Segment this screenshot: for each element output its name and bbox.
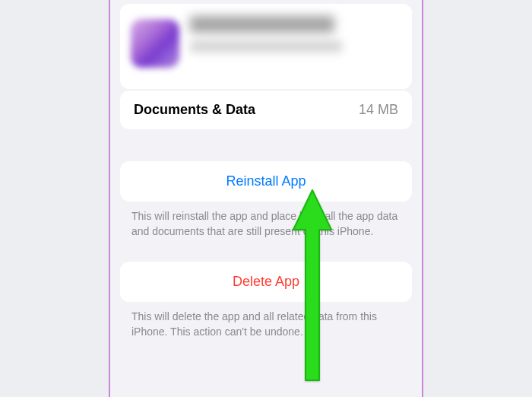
delete-app-button[interactable]: Delete App bbox=[120, 262, 412, 302]
delete-hint: This will delete the app and all related… bbox=[131, 310, 401, 339]
phone-screen: Documents & Data 14 MB Reinstall App Thi… bbox=[109, 0, 423, 397]
documents-data-row: Documents & Data 14 MB bbox=[120, 91, 412, 129]
app-header-row bbox=[131, 14, 401, 68]
delete-app-label: Delete App bbox=[233, 274, 299, 289]
app-text-block bbox=[190, 14, 401, 52]
reinstall-app-label: Reinstall App bbox=[226, 173, 306, 189]
app-subtitle-blurred bbox=[190, 40, 342, 52]
documents-data-value: 14 MB bbox=[359, 102, 398, 118]
reinstall-hint: This will reinstall the app and place ba… bbox=[131, 209, 401, 239]
app-info-card bbox=[120, 4, 412, 89]
app-name-blurred bbox=[190, 16, 334, 33]
reinstall-app-button[interactable]: Reinstall App bbox=[120, 161, 412, 202]
app-icon bbox=[131, 19, 179, 68]
documents-data-card: Documents & Data 14 MB bbox=[120, 91, 412, 129]
documents-data-label: Documents & Data bbox=[134, 102, 255, 118]
